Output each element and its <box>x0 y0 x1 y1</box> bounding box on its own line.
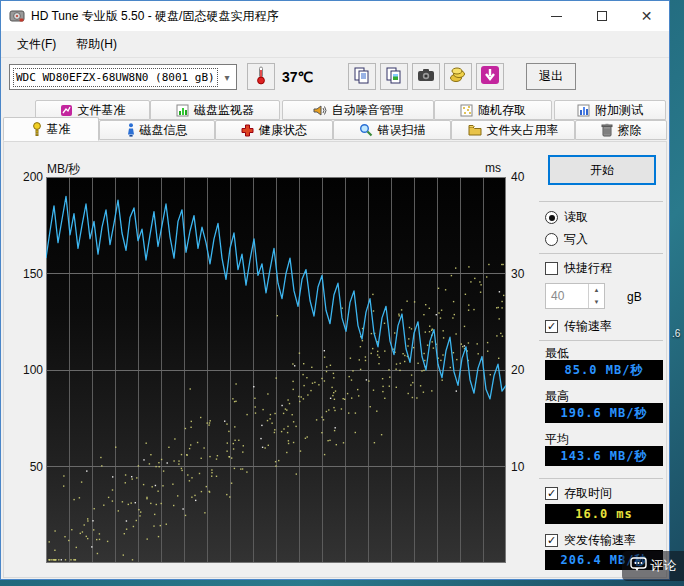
stepper-up-icon[interactable]: ▲ <box>589 284 604 296</box>
error-scan-icon <box>359 123 373 137</box>
tab-label: 自动噪音管理 <box>332 102 404 119</box>
left-axis-title: MB/秒 <box>47 161 80 178</box>
hdtune-app-icon <box>9 8 25 24</box>
title-bar[interactable]: HD Tune 专业版 5.50 - 硬盘/固态硬盘实用程序 ✕ <box>1 1 669 31</box>
radio-unselected-icon <box>545 233 558 246</box>
tab-健康状态[interactable]: 健康状态 <box>215 120 333 140</box>
tab-label: 磁盘信息 <box>140 122 188 139</box>
tab-自动噪音管理[interactable]: 自动噪音管理 <box>282 100 434 120</box>
tab-随机存取[interactable]: 随机存取 <box>434 100 552 120</box>
burst-rate-checkbox[interactable]: ✓ 突发传输速率 <box>545 532 636 549</box>
right-axis-title: ms <box>485 161 501 175</box>
toolbar: WDC WD80EFZX-68UW8N0 (8001 gB) ▾ 37℃ 退出 <box>1 58 669 98</box>
tab-错误扫描[interactable]: 错误扫描 <box>333 120 451 140</box>
copy-image-button[interactable] <box>380 63 408 90</box>
left-tick-150: 150 <box>9 267 43 281</box>
transfer-rate-checkbox[interactable]: ✓ 传输速率 <box>545 318 612 335</box>
separator <box>539 340 663 341</box>
right-tick-30: 30 <box>511 267 524 281</box>
temperature-value: 37℃ <box>282 69 313 85</box>
speech-bubble-icon <box>630 557 647 575</box>
access-time-checkbox[interactable]: ✓ 存取时间 <box>545 485 612 502</box>
copy-text-icon <box>353 66 371 87</box>
comment-overlay-badge[interactable]: 评论 <box>622 551 684 581</box>
comment-overlay-label: 评论 <box>651 557 677 575</box>
copy-image-icon <box>385 66 403 87</box>
coins-icon <box>449 67 467 86</box>
start-button[interactable]: 开始 <box>548 155 656 185</box>
save-download-button[interactable] <box>476 63 504 90</box>
desktop-icon-fragment: .6 <box>672 328 680 339</box>
drive-selector[interactable]: WDC WD80EFZX-68UW8N0 (8001 gB) ▾ <box>9 64 237 90</box>
benchmark-icon <box>32 122 42 136</box>
short-stroke-size-stepper[interactable]: 40 ▲ ▼ <box>545 283 605 309</box>
min-value-display: 85.0 MB/秒 <box>545 360 663 380</box>
tab-擦除[interactable]: 擦除 <box>575 120 667 140</box>
chevron-down-icon[interactable]: ▾ <box>218 72 236 83</box>
camera-button[interactable] <box>412 63 440 90</box>
tab-磁盘信息[interactable]: 磁盘信息 <box>99 120 215 140</box>
write-radio[interactable]: 写入 <box>545 231 588 248</box>
tab-label: 基准 <box>47 121 71 138</box>
minimize-button[interactable] <box>534 1 579 31</box>
drive-selector-value: WDC WD80EFZX-68UW8N0 (8001 gB) <box>13 68 218 87</box>
read-radio[interactable]: 读取 <box>545 209 588 226</box>
desktop-background: .6 HD Tune 专业版 5.50 - 硬盘/固态硬盘实用程序 ✕ 文件(F… <box>0 0 684 586</box>
separator <box>539 478 663 479</box>
menu-help[interactable]: 帮助(H) <box>68 32 125 57</box>
stepper-buttons[interactable]: ▲ ▼ <box>588 284 604 308</box>
tab-label: 擦除 <box>618 122 642 139</box>
coins-button[interactable] <box>444 63 472 90</box>
random-access-icon <box>460 104 473 117</box>
extra-tests-icon <box>577 104 590 117</box>
window-title: HD Tune 专业版 5.50 - 硬盘/固态硬盘实用程序 <box>31 8 278 25</box>
tab-文件夹占用率[interactable]: 文件夹占用率 <box>451 120 575 140</box>
radio-selected-icon <box>545 211 558 224</box>
tab-strip: 文件基准磁盘监视器自动噪音管理随机存取附加测试基准磁盘信息健康状态错误扫描文件夹… <box>1 98 669 142</box>
access-time-label: 存取时间 <box>564 485 612 502</box>
disk-info-icon <box>127 123 135 137</box>
transfer-rate-label: 传输速率 <box>564 318 612 335</box>
copy-text-button[interactable] <box>348 63 376 90</box>
minimize-icon <box>551 16 562 17</box>
short-stroke-unit-label: gB <box>627 290 642 304</box>
right-tick-10: 10 <box>511 460 524 474</box>
benchmark-chart <box>46 177 506 563</box>
close-icon: ✕ <box>641 11 653 21</box>
maximize-icon <box>597 11 607 21</box>
erase-icon <box>601 123 613 137</box>
tab-label: 附加测试 <box>595 102 643 119</box>
temperature-button[interactable] <box>247 63 275 90</box>
max-value-display: 190.6 MB/秒 <box>545 403 663 423</box>
tab-附加测试[interactable]: 附加测试 <box>554 100 666 120</box>
left-tick-50: 50 <box>9 460 43 474</box>
health-icon <box>241 124 254 137</box>
menu-file[interactable]: 文件(F) <box>9 32 64 57</box>
checkbox-checked-icon: ✓ <box>545 487 558 500</box>
right-tick-20: 20 <box>511 363 524 377</box>
stepper-down-icon[interactable]: ▼ <box>589 296 604 308</box>
file-benchmark-icon <box>60 104 73 117</box>
close-button[interactable]: ✕ <box>624 1 669 31</box>
separator <box>539 201 663 202</box>
tab-label: 磁盘监视器 <box>194 102 254 119</box>
exit-button[interactable]: 退出 <box>526 63 576 90</box>
left-tick-100: 100 <box>9 363 43 377</box>
tab-label: 文件夹占用率 <box>487 122 559 139</box>
tab-磁盘监视器[interactable]: 磁盘监视器 <box>150 100 280 120</box>
maximize-button[interactable] <box>579 1 624 31</box>
camera-icon <box>417 68 435 85</box>
checkbox-checked-icon: ✓ <box>545 534 558 547</box>
left-tick-200: 200 <box>9 170 43 184</box>
burst-rate-label: 突发传输速率 <box>564 532 636 549</box>
tab-基准[interactable]: 基准 <box>3 117 99 141</box>
tab-label: 错误扫描 <box>378 122 426 139</box>
checkbox-unchecked-icon <box>545 262 558 275</box>
separator <box>539 253 663 254</box>
short-stroke-checkbox[interactable]: 快捷行程 <box>545 260 612 277</box>
read-radio-label: 读取 <box>564 209 588 226</box>
right-tick-40: 40 <box>511 170 524 184</box>
checkbox-checked-icon: ✓ <box>545 320 558 333</box>
write-radio-label: 写入 <box>564 231 588 248</box>
tab-label: 健康状态 <box>259 122 307 139</box>
